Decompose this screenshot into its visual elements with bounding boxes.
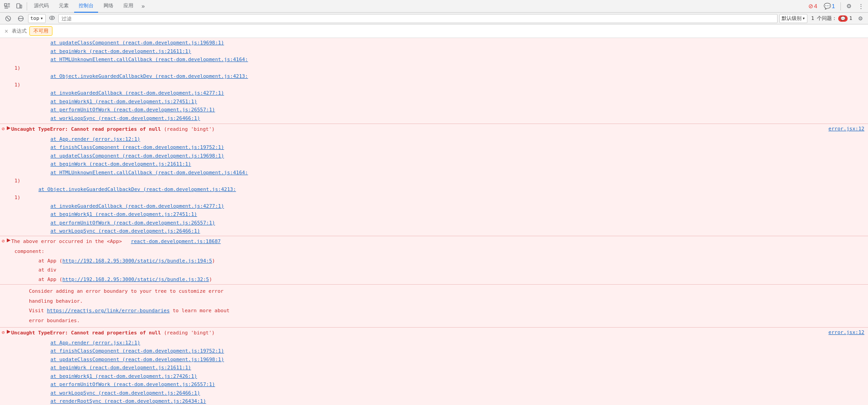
expression-bar: × 表达式 不可用 (0, 24, 868, 38)
expression-label: 表达式 (12, 28, 27, 34)
clear-console-btn[interactable] (3, 14, 14, 23)
errors-count: 4 (814, 3, 817, 10)
level-selector[interactable]: 默认级别 ▾ (779, 14, 808, 23)
tab-elements[interactable]: 元素 (54, 0, 73, 13)
toolbar-separator-2 (840, 2, 841, 10)
error-boundaries-link[interactable]: https://reactjs.org/link/error-boundarie… (47, 308, 170, 314)
error-header-1: ⊘ ▶ Uncaught TypeError: Cannot read prop… (0, 124, 868, 135)
expression-unavailable: 不可用 (29, 26, 52, 36)
stack-continuation: 1) (0, 81, 868, 90)
top-label: top (30, 15, 39, 21)
error-group-1: ⊘ ▶ Uncaught TypeError: Cannot read prop… (0, 124, 868, 236)
at-app-line-2: at App (http://192.168.2.95:3000/static/… (0, 275, 868, 285)
console-settings-icon: ⚙ (858, 15, 863, 22)
svg-line-8 (7, 17, 9, 20)
stack-line-e1-3: at updateClassComponent (react-dom.devel… (0, 152, 868, 161)
stack-line-e1-8: at beginWork$1 (react-dom.development.js… (0, 210, 868, 219)
error-main-text-3: Uncaught TypeError: Cannot read properti… (11, 329, 825, 338)
expand-error-1[interactable]: ▶ (7, 125, 11, 131)
stack-line-e3-4: at beginWork (react-dom.development.js:2… (0, 364, 868, 372)
error-location-1[interactable]: error.jsx:12 (825, 125, 868, 133)
inspect-element-btn[interactable] (2, 2, 13, 11)
error-main-text-2: The above error occurred in the <App> re… (11, 237, 868, 247)
warnings-btn[interactable]: 💬 1 (821, 1, 837, 11)
devtools-toolbar: 源代码 元素 控制台 网络 应用 » ⊘ 4 💬 1 ⚙ ⋮ (0, 0, 868, 13)
triangle-icon-2: ▶ (7, 237, 10, 243)
stack-line: at HTMLUnknownElement.callCallback (reac… (0, 56, 868, 64)
svg-point-12 (51, 17, 53, 19)
filter-input[interactable] (58, 14, 778, 23)
error-icon-3: ⊘ (0, 329, 7, 336)
svg-point-11 (49, 16, 54, 20)
info-line-2: handling behavior. (14, 296, 854, 306)
stack-line: at workLoopSync (react-dom.development.j… (0, 114, 868, 123)
settings-btn[interactable]: ⚙ (844, 1, 854, 11)
expand-error-3[interactable]: ▶ (7, 329, 11, 334)
error-group-3: ⊘ ▶ Uncaught TypeError: Cannot read prop… (0, 328, 868, 405)
error-main-text-1: Uncaught TypeError: Cannot read properti… (11, 125, 825, 134)
console-settings-btn[interactable]: ⚙ (856, 14, 865, 23)
stack-line-e1-5: at HTMLUnknownElement.callCallback (reac… (0, 169, 868, 177)
stack-line-e1-7: at invokeGuardedCallback (react-dom.deve… (0, 202, 868, 211)
error-circle-icon: ⊘ (808, 3, 813, 10)
at-div-line: at div (0, 266, 868, 275)
expand-error-2[interactable]: ▶ (7, 237, 11, 243)
stack-line-e1-6: at Object.invokeGuardedCallbackDev (reac… (0, 186, 868, 194)
tab-network[interactable]: 网络 (99, 0, 118, 13)
issues-count-num: 1 (849, 15, 852, 21)
triangle-icon-3: ▶ (7, 329, 10, 334)
stack-continuation: 1) (0, 64, 868, 73)
level-arrow: ▾ (802, 15, 806, 21)
stack-line-e3-2: at finishClassComponent (react-dom.devel… (0, 347, 868, 356)
at-app-line-1: at App (http://192.168.2.95:3000/static/… (0, 257, 868, 266)
more-tabs-btn[interactable]: » (139, 1, 147, 11)
errors-btn[interactable]: ⊘ 4 (806, 1, 820, 11)
stack-line-e3-8: at renderRootSync (react-dom.development… (0, 397, 868, 405)
error-location-3[interactable]: error.jsx:12 (825, 329, 868, 336)
toolbar-separator-1 (27, 2, 27, 10)
stack-line: at beginWork$1 (react-dom.development.js… (0, 98, 868, 106)
stack-cont-e1-2: 1) (0, 194, 868, 202)
issues-badge-red: 💬 (838, 15, 848, 22)
device-toggle-btn[interactable] (14, 2, 24, 11)
stack-line-e1-2: at finishClassComponent (react-dom.devel… (0, 143, 868, 152)
more-options-icon: ⋮ (858, 3, 864, 10)
stack-line-e3-7: at workLoopSync (react-dom.development.j… (0, 389, 868, 398)
error-icon-1: ⊘ (0, 125, 7, 133)
issues-count: 1 个问题： 💬 1 (809, 15, 854, 22)
error-group-2: ⊘ ▶ The above error occurred in the <App… (0, 236, 868, 285)
top-context-selector[interactable]: top ▾ (28, 14, 46, 23)
error-group-continuation: at updateClassComponent (react-dom.devel… (0, 38, 868, 124)
stack-line-e3-1: at App.render (error.jsx:12:1) (0, 339, 868, 348)
error-header-3: ⊘ ▶ Uncaught TypeError: Cannot read prop… (0, 328, 868, 339)
stack-line: at invokeGuardedCallback (react-dom.deve… (0, 89, 868, 98)
stack-line-e1-1: at App.render (error.jsx:12:1) (0, 135, 868, 144)
devtools-container: 源代码 元素 控制台 网络 应用 » ⊘ 4 💬 1 ⚙ ⋮ (0, 0, 868, 405)
eye-btn[interactable] (47, 15, 57, 22)
stack-line: at Object.invokeGuardedCallbackDev (reac… (0, 72, 868, 81)
info-line-3: Visit https://reactjs.org/link/error-bou… (14, 306, 854, 316)
toolbar-right: ⊘ 4 💬 1 ⚙ ⋮ (806, 1, 866, 11)
console-toolbar: top ▾ 默认级别 ▾ 1 个问题： 💬 1 ⚙ (0, 13, 868, 24)
warnings-count: 1 (832, 3, 835, 10)
info-line-4: error boundaries. (14, 316, 854, 326)
error-icon-2: ⊘ (0, 237, 7, 245)
tab-console[interactable]: 控制台 (74, 0, 98, 13)
block-console-btn[interactable] (15, 14, 26, 23)
stack-line-e1-10: at workLoopSync (react-dom.development.j… (0, 227, 868, 236)
info-group: Consider adding an error boundary to you… (0, 285, 868, 328)
more-options-btn[interactable]: ⋮ (856, 1, 866, 11)
stack-line-e3-5: at beginWork$1 (react-dom.development.js… (0, 372, 868, 381)
console-content[interactable]: at updateClassComponent (react-dom.devel… (0, 38, 868, 405)
stack-cont-e1-1: 1) (0, 177, 868, 186)
stack-line: at beginWork (react-dom.development.js:2… (0, 48, 868, 56)
settings-icon: ⚙ (846, 3, 852, 10)
error-header-2: ⊘ ▶ The above error occurred in the <App… (0, 236, 868, 248)
expression-close-btn[interactable]: × (4, 28, 9, 35)
tab-sources[interactable]: 源代码 (29, 0, 53, 13)
svg-rect-6 (20, 5, 22, 8)
tab-application[interactable]: 应用 (119, 0, 138, 13)
above-error-link[interactable]: react-dom.development.js:18687 (131, 238, 221, 244)
stack-line-e1-9: at performUnitOfWork (react-dom.developm… (0, 219, 868, 228)
info-line-1: Consider adding an error boundary to you… (14, 286, 854, 296)
